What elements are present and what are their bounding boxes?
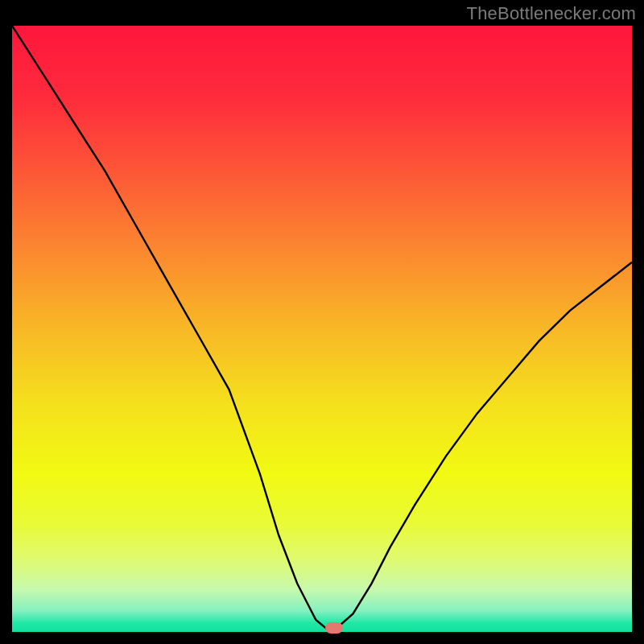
optimal-point-marker: [325, 622, 343, 634]
plot-svg: [12, 26, 632, 632]
attribution-text: TheBottlenecker.com: [467, 3, 636, 24]
figure-root: TheBottlenecker.com: [0, 0, 644, 644]
gradient-background: [12, 26, 632, 632]
plot-area: [12, 26, 632, 632]
